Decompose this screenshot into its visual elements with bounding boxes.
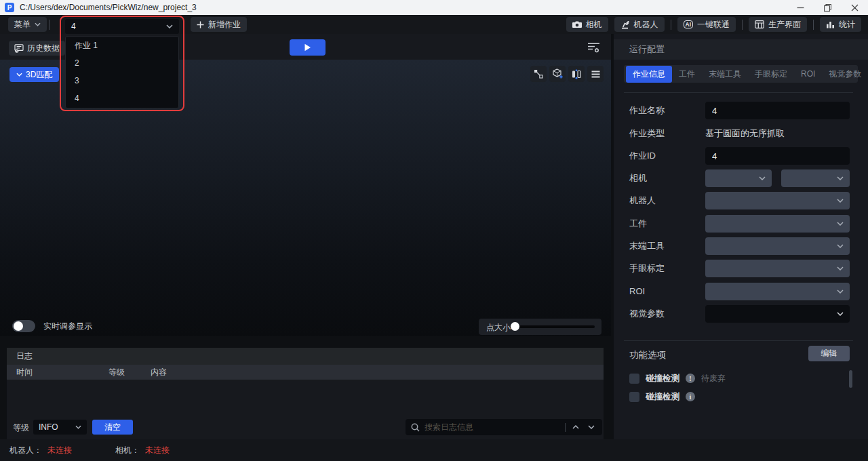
tab-hand-eye[interactable]: 手眼标定 <box>748 66 794 83</box>
chevron-down-icon <box>35 22 41 26</box>
robot-status-label: 机器人： <box>9 445 42 456</box>
point-size-control: 点大小 <box>479 319 601 335</box>
function-options-title: 功能选项 <box>629 349 666 361</box>
chevron-down-icon <box>837 199 844 203</box>
search-divider <box>565 423 566 432</box>
realtime-toggle-label: 实时调参显示 <box>43 321 92 332</box>
node-link-tool-button[interactable] <box>530 66 547 82</box>
warning-info-icon[interactable]: ! <box>686 374 695 383</box>
robot-button[interactable]: 机器人 <box>614 17 665 32</box>
chevron-up-icon <box>572 425 579 429</box>
display-settings-button[interactable] <box>585 41 601 54</box>
toolbar-divider <box>49 20 50 30</box>
collision-check-row-1: 碰撞检测 ! 待废弃 <box>629 373 726 384</box>
match-3d-button[interactable]: 3D匹配 <box>9 67 59 82</box>
one-key-connect-button[interactable]: AI 一键联通 <box>677 17 736 32</box>
production-grid-icon <box>755 20 764 28</box>
job-option-4[interactable]: 4 <box>66 89 178 107</box>
chevron-down-icon <box>837 244 844 248</box>
tab-vision-params[interactable]: 视觉参数 <box>822 66 868 83</box>
log-search-box <box>406 419 602 435</box>
chevron-down-icon <box>837 312 844 316</box>
play-icon <box>304 43 311 52</box>
log-search-input[interactable] <box>425 422 560 432</box>
minimize-button[interactable] <box>787 0 814 15</box>
tab-workpiece[interactable]: 工件 <box>672 66 702 83</box>
mirror-view-tool-button[interactable] <box>568 66 585 82</box>
vision-param-select[interactable] <box>705 305 850 323</box>
production-ui-button[interactable]: 生产界面 <box>749 17 807 32</box>
restore-button[interactable] <box>814 0 841 15</box>
chevron-down-icon <box>75 425 81 429</box>
job-type-value: 基于圆面的无序抓取 <box>705 125 785 142</box>
hamburger-menu-icon <box>591 71 600 78</box>
log-clear-button[interactable]: 清空 <box>92 420 133 435</box>
status-bar: 机器人： 未连接 相机： 未连接 <box>0 439 868 461</box>
panel-scrollbar-thumb[interactable] <box>849 370 852 388</box>
run-button[interactable] <box>290 39 326 56</box>
camera-select-1[interactable] <box>705 169 772 187</box>
add-job-button[interactable]: 新增作业 <box>191 17 247 32</box>
collision-checkbox-2[interactable] <box>629 392 639 402</box>
collision-label-1: 碰撞检测 <box>646 373 679 384</box>
job-select-combobox[interactable]: 4 <box>65 19 179 34</box>
camera-select-2[interactable] <box>781 169 850 187</box>
tab-end-tool[interactable]: 末端工具 <box>702 66 748 83</box>
realtime-toggle-row: 实时调参显示 <box>12 320 92 332</box>
chevron-down-icon <box>837 176 844 180</box>
edit-options-button[interactable]: 编辑 <box>808 346 850 361</box>
one-key-connect-label: 一键联通 <box>697 19 730 31</box>
job-name-input[interactable] <box>705 102 850 119</box>
history-data-button[interactable]: 历史数据 <box>9 41 65 56</box>
bar-chart-icon <box>826 21 835 28</box>
toggle-knob <box>14 321 23 331</box>
minimize-icon <box>797 4 804 12</box>
job-option-2[interactable]: 2 <box>66 54 178 72</box>
realtime-toggle[interactable] <box>12 320 35 332</box>
vision-param-select-label: 视觉参数 <box>629 305 665 323</box>
statistics-button[interactable]: 统计 <box>820 17 861 32</box>
app-window: P C:/Users/dex/Documents/PickWiz/new_pro… <box>0 0 868 461</box>
point-size-slider-knob[interactable] <box>511 322 519 331</box>
collision-label-2: 碰撞检测 <box>646 391 679 403</box>
search-prev-button[interactable] <box>570 422 581 433</box>
chevron-down-icon <box>759 176 766 180</box>
search-next-button[interactable] <box>586 422 597 433</box>
run-config-panel: 运行配置 作业信息 工件 末端工具 手眼标定 ROI 视觉参数 作业名称 作业类… <box>614 34 868 439</box>
tab-job-info[interactable]: 作业信息 <box>626 66 672 83</box>
list-gear-icon <box>587 42 600 54</box>
collision-checkbox-1[interactable] <box>629 374 639 384</box>
camera-icon <box>572 20 582 28</box>
hand-eye-select[interactable] <box>705 260 850 277</box>
chevron-down-icon <box>837 222 844 226</box>
chevron-down-icon <box>837 266 844 270</box>
point-size-slider-track[interactable] <box>515 325 595 328</box>
viewport-menu-button[interactable] <box>587 66 604 82</box>
add-job-label: 新增作业 <box>208 19 241 31</box>
tab-roi[interactable]: ROI <box>794 66 822 81</box>
camera-select-label: 相机 <box>629 169 647 187</box>
job-option-3[interactable]: 3 <box>66 72 178 89</box>
log-level-value: INFO <box>39 422 58 432</box>
log-level-select[interactable]: INFO <box>33 420 87 435</box>
roi-select[interactable] <box>705 283 850 300</box>
workpiece-select[interactable] <box>705 215 850 233</box>
job-id-input[interactable] <box>705 147 850 165</box>
chevron-down-icon <box>588 425 595 429</box>
point-size-label: 点大小 <box>486 322 511 334</box>
job-dropdown-highlight: 4 作业 1 2 3 4 <box>60 16 184 111</box>
toolbar-right-group: 相机 机器人 AI 一键联通 生产界面 统计 <box>566 17 862 32</box>
hand-eye-select-label: 手眼标定 <box>629 260 665 277</box>
log-col-content: 内容 <box>151 365 167 380</box>
end-tool-select[interactable] <box>705 237 850 255</box>
log-col-time: 时间 <box>16 365 33 380</box>
add-model-tool-button[interactable] <box>549 66 566 82</box>
menu-button[interactable]: 菜单 <box>8 17 47 32</box>
robot-select[interactable] <box>705 192 850 209</box>
info-icon[interactable]: i <box>686 392 695 401</box>
job-option-1[interactable]: 作业 1 <box>66 37 178 54</box>
log-col-level: 等级 <box>108 365 125 380</box>
camera-button[interactable]: 相机 <box>566 17 608 32</box>
history-data-icon <box>14 44 24 53</box>
close-button[interactable] <box>841 0 868 15</box>
